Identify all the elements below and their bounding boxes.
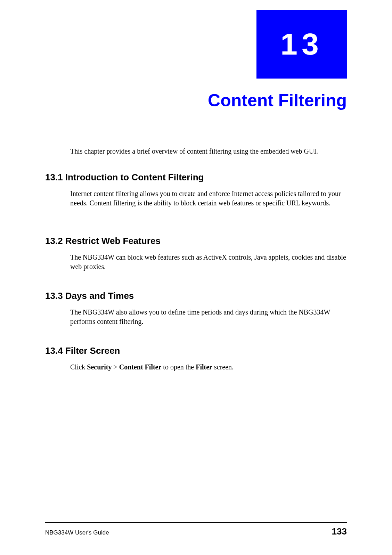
section-heading: 13.1 Introduction to Content Filtering bbox=[45, 172, 347, 183]
section-13-2: 13.2 Restrict Web Features The NBG334W c… bbox=[45, 236, 347, 271]
section-body: Internet content filtering allows you to… bbox=[45, 189, 347, 208]
nav-filter: Filter bbox=[196, 363, 212, 371]
section-body: The NBG334W also allows you to define ti… bbox=[45, 308, 347, 326]
nav-security: Security bbox=[87, 363, 112, 371]
body-text: > bbox=[112, 363, 119, 371]
chapter-title: Content Filtering bbox=[208, 90, 347, 111]
section-heading: 13.3 Days and Times bbox=[45, 291, 347, 301]
section-heading: 13.4 Filter Screen bbox=[45, 345, 347, 356]
chapter-number: 13 bbox=[280, 26, 323, 62]
section-heading: 13.2 Restrict Web Features bbox=[45, 236, 347, 246]
document-page: 13 Content Filtering This chapter provid… bbox=[0, 0, 392, 555]
chapter-number-box: 13 bbox=[256, 10, 347, 79]
section-body: Click Security > Content Filter to open … bbox=[45, 362, 347, 372]
body-text: to open the bbox=[161, 363, 196, 371]
chapter-intro-text: This chapter provides a brief overview o… bbox=[70, 147, 347, 156]
footer-page-number: 133 bbox=[332, 526, 347, 537]
section-body: The NBG334W can block web features such … bbox=[45, 253, 347, 271]
body-text: Click bbox=[70, 363, 87, 371]
body-text: screen. bbox=[212, 363, 234, 371]
section-13-3: 13.3 Days and Times The NBG334W also all… bbox=[45, 291, 347, 326]
section-13-4: 13.4 Filter Screen Click Security > Cont… bbox=[45, 345, 347, 372]
footer-guide-name: NBG334W User's Guide bbox=[45, 529, 109, 536]
section-13-1: 13.1 Introduction to Content Filtering I… bbox=[45, 172, 347, 208]
page-footer: NBG334W User's Guide 133 bbox=[45, 522, 347, 537]
nav-content-filter: Content Filter bbox=[119, 363, 162, 371]
